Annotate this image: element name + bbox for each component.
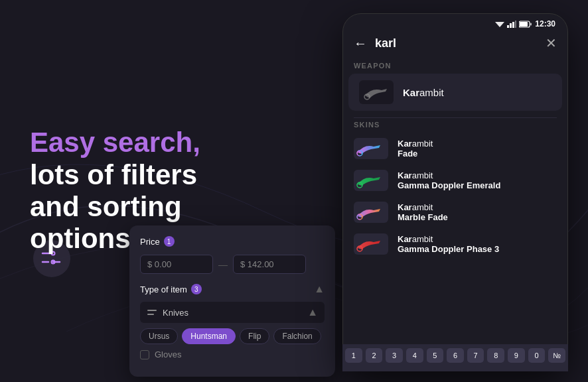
weapon-item[interactable]: Karambit	[348, 74, 562, 111]
key-4[interactable]: 4	[406, 348, 423, 363]
filter-card: Price 1 $ 0.00 — $ 142.00 Type of item 3…	[129, 225, 335, 377]
search-clear-button[interactable]: ✕	[546, 35, 557, 51]
svg-rect-11	[512, 22, 514, 28]
back-button[interactable]: ←	[354, 36, 367, 51]
svg-rect-15	[530, 23, 532, 25]
skin-image-marble	[354, 202, 388, 223]
svg-rect-10	[510, 23, 512, 28]
signal-icon	[507, 21, 516, 28]
skin-info-fade: Karambit Fade	[398, 139, 433, 159]
karambit-gamma-icon	[355, 171, 387, 190]
price-inputs: $ 0.00 — $ 142.00	[140, 255, 325, 274]
skin-image-phase3	[354, 233, 388, 255]
key-1[interactable]: 1	[345, 348, 362, 363]
svg-rect-9	[507, 25, 509, 28]
knives-row: Knives ▲	[140, 302, 325, 323]
skin-image-gamma	[354, 170, 388, 191]
knives-label: Knives	[147, 307, 188, 318]
key-2[interactable]: 2	[366, 348, 383, 363]
skin-image-fade	[354, 138, 388, 159]
keyboard-row-1: 1 2 3 4 5 6 7 8 9 0 №	[345, 348, 565, 363]
karambit-fade-icon	[355, 139, 387, 158]
svg-rect-14	[520, 22, 528, 27]
key-9[interactable]: 9	[508, 348, 525, 363]
svg-rect-6	[147, 310, 157, 311]
gloves-checkbox[interactable]	[140, 350, 149, 359]
headline-accent: Easy search,	[30, 127, 200, 158]
battery-icon	[519, 21, 532, 28]
svg-rect-12	[515, 21, 516, 28]
price-badge: 1	[164, 236, 175, 247]
price-label: Price 1	[140, 236, 175, 247]
key-5[interactable]: 5	[427, 348, 444, 363]
karambit-weapon-icon	[362, 82, 391, 102]
key-6[interactable]: 6	[447, 348, 464, 363]
weapon-image	[359, 80, 394, 104]
weapon-name-rest: ambit	[419, 87, 444, 98]
knife-chips: Ursus Huntsman Flip Falchion	[140, 328, 325, 344]
knives-chevron[interactable]: ▲	[307, 306, 318, 318]
skin-info-phase3: Karambit Gamma Doppler Phase 3	[398, 234, 499, 254]
skin-item-phase3[interactable]: Karambit Gamma Doppler Phase 3	[343, 228, 567, 260]
price-min-input[interactable]: $ 0.00	[140, 255, 213, 274]
skin-item-gamma[interactable]: Karambit Gamma Doppler Emerald	[343, 164, 567, 196]
skin-info-gamma: Karambit Gamma Doppler Emerald	[398, 170, 500, 190]
key-7[interactable]: 7	[467, 348, 484, 363]
type-header: Type of item 3 ▲	[140, 283, 325, 295]
search-input-display[interactable]: karl	[375, 36, 538, 50]
key-3[interactable]: 3	[386, 348, 403, 363]
svg-marker-8	[495, 22, 504, 27]
weapon-name-highlight: Kar	[403, 87, 419, 98]
svg-rect-7	[147, 314, 154, 315]
chip-huntsman[interactable]: Huntsman	[182, 328, 236, 344]
search-highlight: karl	[375, 36, 396, 50]
gloves-label: Gloves	[155, 350, 181, 359]
weapon-section-label: WEAPON	[343, 59, 567, 74]
weapon-name: Karambit	[403, 87, 444, 98]
key-num[interactable]: №	[548, 348, 565, 363]
status-time: 12:30	[535, 19, 555, 29]
price-row: Price 1	[140, 236, 325, 247]
knives-icon	[147, 307, 157, 318]
skin-info-marble: Karambit Marble Fade	[398, 202, 448, 222]
phone-frame: 12:30 ← karl ✕ WEAPON Karambit	[342, 13, 568, 371]
wifi-icon	[495, 21, 504, 28]
type-badge: 3	[191, 284, 202, 294]
search-bar: ← karl ✕	[343, 31, 567, 55]
type-section: Type of item 3 ▲ Knives ▲ Ursus Huntsman…	[140, 283, 325, 359]
skin-item-marble[interactable]: Karambit Marble Fade	[343, 196, 567, 228]
phone-wrapper: 12:30 ← karl ✕ WEAPON Karambit	[342, 13, 568, 371]
chip-ursus[interactable]: Ursus	[140, 328, 178, 344]
price-dash: —	[218, 259, 228, 270]
status-bar: 12:30	[343, 14, 567, 31]
chip-flip[interactable]: Flip	[240, 328, 269, 344]
skins-section-label: SKINS	[343, 118, 567, 133]
karambit-phase3-icon	[355, 235, 387, 253]
karambit-marble-icon	[355, 203, 387, 222]
key-8[interactable]: 8	[487, 348, 504, 363]
skin-item-fade[interactable]: Karambit Fade	[343, 133, 567, 164]
status-icons: 12:30	[495, 19, 555, 29]
type-chevron[interactable]: ▲	[314, 283, 325, 295]
gloves-row: Gloves	[140, 350, 325, 359]
keyboard: 1 2 3 4 5 6 7 8 9 0 №	[342, 344, 568, 371]
price-max-input[interactable]: $ 142.00	[233, 255, 306, 274]
type-label: Type of item 3	[140, 284, 202, 294]
chip-falchion[interactable]: Falchion	[273, 328, 321, 344]
key-0[interactable]: 0	[528, 348, 546, 363]
